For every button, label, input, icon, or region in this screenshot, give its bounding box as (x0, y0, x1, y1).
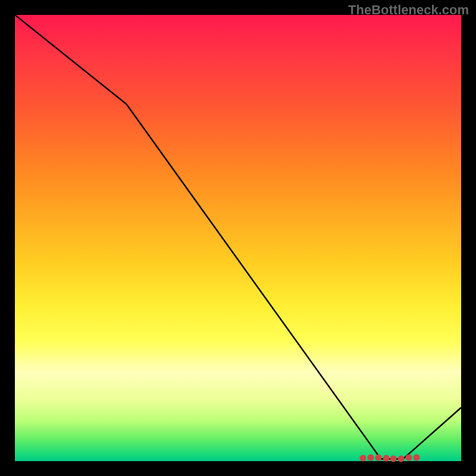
chart-plot-area (15, 15, 461, 461)
watermark-text: TheBottleneck.com (348, 2, 469, 18)
chart-marker (375, 454, 381, 461)
chart-line-svg (15, 15, 461, 461)
chart-marker (398, 455, 405, 462)
chart-marker (390, 455, 397, 462)
chart-line-path (15, 15, 461, 459)
chart-marker (367, 454, 374, 461)
chart-marker (414, 454, 420, 461)
chart-marker (360, 455, 367, 461)
chart-marker (383, 455, 389, 461)
chart-marker (406, 455, 412, 461)
